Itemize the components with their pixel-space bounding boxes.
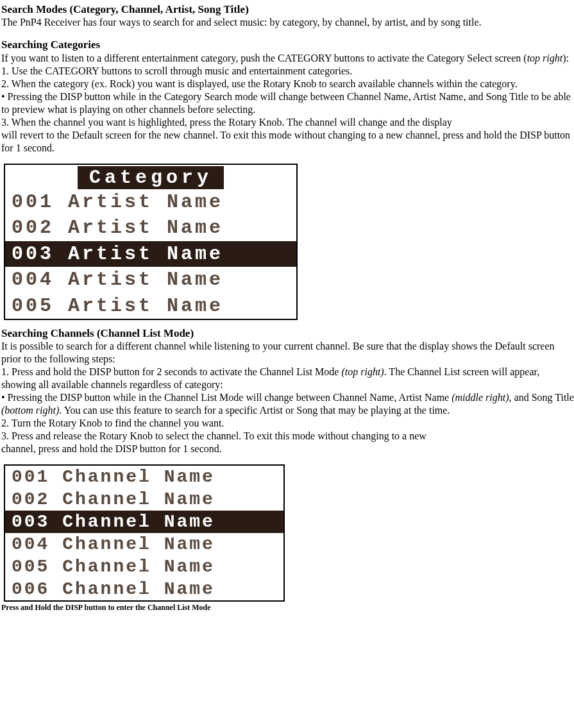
lcd-row: 005 Artist Name [5,293,296,319]
lcd-header-label: Category [78,166,224,189]
lcd-channel-list-screen: 001 Channel Name002 Channel Name003 Chan… [4,464,285,602]
categories-step-1: 1. Use the CATEGORY buttons to scroll th… [1,65,574,78]
categories-step-3b: will revert to the Default screen for th… [1,129,574,155]
channels-bullet: • Pressing the DISP button while in the … [1,391,574,417]
categories-bullet: • Pressing the DISP button while in the … [1,90,574,116]
lcd-row: 003 Channel Name [5,511,283,533]
lcd-row: 001 Channel Name [5,466,283,488]
text: ): [562,53,569,63]
ref-top-right: top right [527,53,563,63]
intro-search-modes: The PnP4 Receiver has four ways to searc… [1,16,574,29]
lcd-channel-list-caption: Press and Hold the DISP button to enter … [1,603,574,613]
channels-intro: It is possible to search for a different… [1,340,574,366]
lcd-row: 002 Channel Name [5,488,283,511]
text: . You can use this feature to search for… [59,405,450,416]
channels-step-3b: channel, press and hold the DISP button … [1,443,574,455]
lcd-row: 003 Artist Name [5,241,296,267]
categories-intro: If you want to listen to a different ent… [1,52,574,65]
lcd-row: 006 Channel Name [5,578,283,600]
lcd-row: 001 Artist Name [5,189,296,216]
lcd-row: 005 Channel Name [5,555,283,578]
lcd-row: 004 Channel Name [5,533,283,555]
ref-bottom-right: (bottom right) [1,405,59,416]
heading-searching-channels: Searching Channels (Channel List Mode) [1,326,574,340]
lcd-row: 002 Artist Name [5,215,296,241]
text: 1. Press and hold the DISP button for 2 … [1,366,341,377]
text: If you want to listen to a different ent… [1,53,527,63]
ref-middle-right: (middle right) [452,392,509,403]
channels-step-1: 1. Press and hold the DISP button for 2 … [1,366,574,391]
channels-step-2: 2. Turn the Rotary Knob to find the chan… [1,417,574,430]
heading-search-modes: Search Modes (Category, Channel, Artist,… [1,3,574,16]
categories-step-3a: 3. When the channel you want is highligh… [1,116,574,129]
lcd-category-screen: Category 001 Artist Name002 Artist Name0… [4,164,298,321]
text: • Pressing the DISP button while in the … [1,392,452,403]
text: , and Song Title [509,392,574,403]
channels-step-3a: 3. Press and release the Rotary Knob to … [1,430,574,443]
ref-top-right: (top right) [341,366,384,377]
lcd-header: Category [5,165,296,189]
heading-searching-categories: Searching Categories [1,38,574,51]
lcd-row: 004 Artist Name [5,267,296,293]
categories-step-2: 2. When the category (ex. Rock) you want… [1,78,574,90]
